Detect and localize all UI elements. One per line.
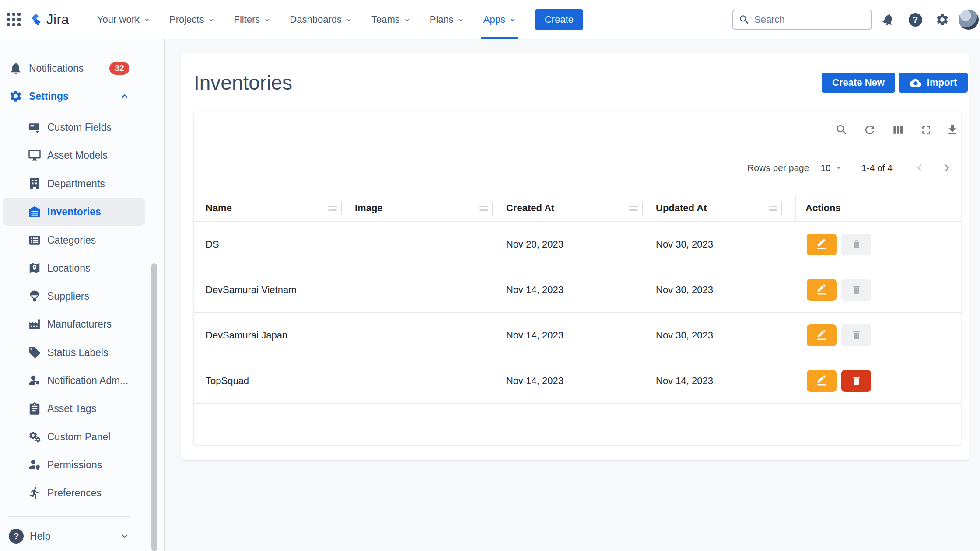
sidebar-item-asset-models[interactable]: Asset Models [0,141,149,169]
table-row[interactable]: DS Nov 20, 2023 Nov 30, 2023 [194,222,961,267]
trash-icon [851,239,862,250]
column-drag-handle[interactable] [629,206,638,211]
delete-button[interactable] [841,370,871,392]
cell-created-at: Nov 14, 2023 [506,375,656,387]
nav-dashboards[interactable]: Dashboards [280,0,362,39]
column-header-updated-at[interactable]: Updated At [656,194,795,222]
pagination-range: 1-4 of 4 [861,163,892,173]
table-fullscreen-button[interactable] [917,120,936,139]
column-header-created-at[interactable]: Created At [506,194,656,222]
search-icon [835,123,848,136]
page-title: Inventories [194,71,292,94]
column-header-image[interactable]: Image [355,194,506,222]
chevron-left-icon [914,162,926,174]
column-drag-handle[interactable] [328,206,337,211]
table-columns-button[interactable] [889,120,908,139]
column-header-name[interactable]: Name [206,194,355,222]
table-refresh-button[interactable] [860,120,879,139]
column-drag-handle[interactable] [769,206,777,211]
edit-pencil-icon [816,239,827,250]
sidebar-scrollbar[interactable] [151,263,157,551]
sidebar-item-status-labels[interactable]: Status Labels [0,338,149,366]
jira-logo-icon [29,13,43,27]
chevron-down-icon [458,17,464,23]
settings-gear-button[interactable] [935,12,950,27]
avatar[interactable] [959,10,979,30]
delete-button[interactable] [841,324,871,346]
table-row[interactable]: TopSquad Nov 14, 2023 Nov 14, 2023 [194,358,961,404]
sidebar-item-manufacturers[interactable]: Manufacturers [0,310,149,338]
column-header-actions: Actions [795,194,961,222]
trash-icon [851,375,862,386]
column-drag-handle[interactable] [480,206,488,211]
jira-logo[interactable]: Jira [29,12,69,28]
rows-per-page-select[interactable]: 10 [820,163,843,173]
notifications-count-badge: 32 [109,62,130,75]
edit-button[interactable] [807,234,836,255]
nav-apps[interactable]: Apps [474,0,525,39]
sidebar-item-locations[interactable]: Locations [0,254,149,282]
sidebar-item-categories[interactable]: Categories [0,226,149,254]
clipboard-icon [28,402,41,415]
column-separator [642,202,643,215]
edit-pencil-icon [816,330,827,341]
create-new-button[interactable]: Create New [822,73,895,93]
download-icon [946,123,959,136]
sidebar-item-suppliers[interactable]: Suppliers [0,282,149,310]
map-pin-icon [28,262,41,275]
table-download-button[interactable] [943,120,962,139]
chevron-down-icon [404,17,410,23]
sidebar-item-asset-tags[interactable]: Asset Tags [0,394,149,422]
refresh-icon [863,123,876,136]
notifications-bell-button[interactable] [881,12,896,27]
next-page-button[interactable] [937,158,956,178]
nav-plans[interactable]: Plans [420,0,474,39]
nav-projects[interactable]: Projects [160,0,224,39]
chevron-down-icon [509,17,516,23]
tag-icon [28,346,41,359]
edit-button[interactable] [807,279,836,301]
sidebar-item-custom-panel[interactable]: Custom Panel [0,423,149,451]
sidebar-item-help[interactable]: ? Help [0,522,149,550]
edit-button[interactable] [807,324,836,346]
table-search-button[interactable] [832,120,851,139]
table-row[interactable]: DevSamurai Vietnam Nov 14, 2023 Nov 30, … [194,267,961,313]
sidebar-item-permissions[interactable]: Permissions [0,451,149,479]
column-separator [781,202,782,215]
import-button[interactable]: Import [899,73,968,93]
sidebar-item-preferences[interactable]: Preferences [0,479,149,507]
chevron-down-icon [346,17,352,23]
nav-teams[interactable]: Teams [362,0,420,39]
table-header-row: Name Image Created At Updated At [194,194,961,222]
sidebar-item-departments[interactable]: Departments [0,170,149,198]
sidebar-item-notifications[interactable]: Notifications 32 [0,54,149,82]
bell-icon [9,61,23,75]
table-row[interactable]: DevSamurai Japan Nov 14, 2023 Nov 30, 20… [194,313,961,358]
delete-button[interactable] [841,234,871,255]
sidebar-divider-bottom [8,516,131,517]
create-button[interactable]: Create [535,9,583,30]
delete-button[interactable] [841,279,871,301]
sidebar-item-custom-fields[interactable]: Custom Fields [0,113,149,141]
chevron-down-icon [144,17,150,23]
app-switcher-icon[interactable] [5,11,23,28]
search-input[interactable] [754,14,864,25]
cell-created-at: Nov 14, 2023 [506,330,656,341]
runner-icon [28,486,41,499]
sidebar-item-inventories[interactable]: Inventories [3,198,145,226]
cell-updated-at: Nov 30, 2023 [656,330,795,341]
previous-page-button[interactable] [910,158,929,178]
edit-button[interactable] [807,370,836,392]
trash-icon [851,284,862,295]
caret-down-icon [834,164,843,172]
nav-filters[interactable]: Filters [224,0,280,39]
sidebar-item-settings[interactable]: Settings [0,82,149,110]
cell-updated-at: Nov 30, 2023 [656,239,795,250]
nav-your-work[interactable]: Your work [88,0,160,39]
column-separator [492,202,493,215]
sidebar-item-notification-admin[interactable]: Notification Adm... [0,366,149,394]
help-button[interactable]: ? [908,12,923,27]
parachute-box-icon [28,289,41,303]
gear-icon [935,13,949,27]
gears-icon [28,430,41,443]
